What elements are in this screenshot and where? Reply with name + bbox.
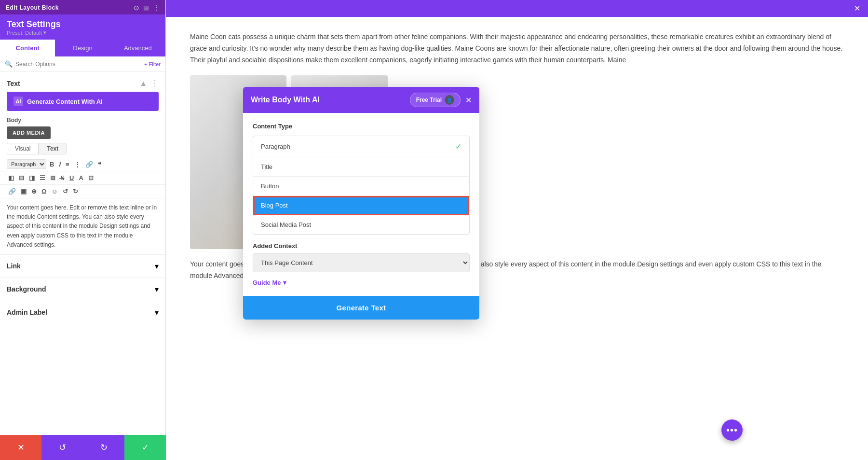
bold-button[interactable]: B <box>48 160 55 169</box>
search-input[interactable] <box>15 61 141 68</box>
ai-modal: Write Body With AI Free Trial 👤 ✕ Conten… <box>243 87 479 320</box>
background-section[interactable]: Background ▾ <box>0 278 165 301</box>
content-type-button[interactable]: Button <box>253 177 469 196</box>
content-type-title[interactable]: Title <box>253 157 469 177</box>
more-format-button[interactable]: ⊡ <box>87 173 95 182</box>
ai-generate-button[interactable]: AI Generate Content With AI <box>7 92 159 111</box>
text-section-icons: ▲ ⋮ <box>139 79 159 88</box>
link-button[interactable]: 🔗 <box>84 160 95 169</box>
ai-icon: AI <box>14 97 23 106</box>
list-ol-button[interactable]: ⋮ <box>73 160 82 169</box>
body-text: Your content goes here. Edit or remove t… <box>0 198 165 254</box>
admin-label-section[interactable]: Admin Label ▾ <box>0 301 165 324</box>
media-insert-button[interactable]: ▣ <box>19 187 28 196</box>
app-title: Edit Layout Block <box>6 4 59 11</box>
align-center-button[interactable]: ⊟ <box>17 173 26 182</box>
editor-toolbar-row2: ◧ ⊟ ◨ ☰ ⊞ S̶ U A ⊡ <box>0 171 165 185</box>
preset-label: Preset: Default <box>7 30 42 36</box>
generate-text-button[interactable]: Generate Text <box>243 296 479 320</box>
guide-me-label: Guide Me <box>253 279 281 286</box>
link-section[interactable]: Link ▾ <box>0 254 165 278</box>
module-title-bar: Text Settings Preset: Default ▾ <box>0 14 165 40</box>
tab-content[interactable]: Content <box>0 40 55 56</box>
ai-modal-header-right: Free Trial 👤 ✕ <box>410 93 472 107</box>
undo-editor-button[interactable]: ↺ <box>61 187 69 196</box>
preset-row[interactable]: Preset: Default ▾ <box>7 29 61 36</box>
link-section-title: Link <box>7 262 21 270</box>
main-canvas: ✕ Maine Coon cats possess a unique charm… <box>166 0 868 460</box>
search-icon: 🔍 <box>5 60 13 68</box>
ai-button-label: Generate Content With AI <box>27 98 103 105</box>
more-icon[interactable]: ⋮ <box>153 4 160 12</box>
free-trial-label: Free Trial <box>416 97 442 103</box>
admin-label-chevron-icon: ▾ <box>155 308 159 317</box>
module-title: Text Settings <box>7 19 61 29</box>
guide-me-button[interactable]: Guide Me ▾ <box>253 279 470 286</box>
avatar: 👤 <box>445 95 454 105</box>
editor-toolbar-row3: 🔗 ▣ ⊕ Ω ☺ ↺ ↻ <box>0 185 165 198</box>
chevron-up-icon: ▲ <box>139 79 147 88</box>
more-options-icon[interactable]: ⋮ <box>151 79 159 88</box>
visual-tab[interactable]: Visual <box>7 143 39 154</box>
color-button[interactable]: A <box>77 173 84 182</box>
text-tab[interactable]: Text <box>39 143 67 154</box>
columns-icon[interactable]: ⊞ <box>143 4 149 12</box>
emoji-button[interactable]: ☺ <box>50 187 59 196</box>
text-section-header[interactable]: Text ▲ ⋮ <box>0 72 165 92</box>
sidebar-tab-bar: Content Design Advanced <box>0 40 165 56</box>
tab-advanced[interactable]: Advanced <box>110 40 165 56</box>
list-ul-button[interactable]: ≡ <box>64 160 71 169</box>
sidebar: Edit Layout Block ⊙ ⊞ ⋮ Text Settings Pr… <box>0 0 166 460</box>
undo-button[interactable]: ↺ <box>41 435 83 460</box>
paragraph-select[interactable]: Paragraph Heading 1 Heading 2 <box>7 159 46 169</box>
added-context-label: Added Context <box>253 242 470 250</box>
free-trial-badge[interactable]: Free Trial 👤 <box>410 93 461 107</box>
redo-button[interactable]: ↻ <box>83 435 124 460</box>
confirm-button[interactable]: ✓ <box>124 435 166 460</box>
fab-button[interactable]: ••• <box>721 419 743 441</box>
background-section-title: Background <box>7 285 46 293</box>
button-label: Button <box>261 182 279 190</box>
body-text-content: Your content goes here. Edit or remove t… <box>7 204 157 248</box>
content-type-paragraph[interactable]: Paragraph ✓ <box>253 136 469 157</box>
italic-button[interactable]: I <box>57 160 62 169</box>
title-label: Title <box>261 163 272 170</box>
redo-editor-button[interactable]: ↻ <box>71 187 80 196</box>
content-type-blog-post[interactable]: Blog Post <box>253 196 469 215</box>
page-header-bar: ✕ <box>166 0 868 17</box>
guide-me-arrow-icon: ▾ <box>283 279 286 286</box>
layout-button[interactable]: ⊕ <box>30 187 38 196</box>
body-label: Body <box>0 117 165 126</box>
preset-arrow: ▾ <box>43 29 46 36</box>
social-media-label: Social Media Post <box>261 221 311 228</box>
search-bar: 🔍 + Filter <box>0 56 165 72</box>
content-type-social-media[interactable]: Social Media Post <box>253 215 469 234</box>
ai-modal-header: Write Body With AI Free Trial 👤 ✕ <box>243 87 479 113</box>
link2-button[interactable]: 🔗 <box>7 187 17 196</box>
blog-post-label: Blog Post <box>261 202 288 209</box>
settings-icon[interactable]: ⊙ <box>134 4 139 12</box>
ai-modal-close-button[interactable]: ✕ <box>465 96 472 105</box>
align-right-button[interactable]: ◨ <box>27 173 36 182</box>
content-type-label: Content Type <box>253 123 470 130</box>
context-select[interactable]: This Page Content <box>253 253 470 272</box>
align-left-button[interactable]: ◧ <box>7 173 15 182</box>
special-char-button[interactable]: Ω <box>40 187 48 196</box>
add-media-button[interactable]: ADD MEDIA <box>7 126 51 139</box>
strikethrough-button[interactable]: S̶ <box>59 173 66 182</box>
admin-label-section-title: Admin Label <box>7 308 47 316</box>
sidebar-bottom-bar: ✕ ↺ ↻ ✓ <box>0 435 166 460</box>
background-chevron-icon: ▾ <box>155 285 159 294</box>
table-button[interactable]: ⊞ <box>49 173 57 182</box>
editor-toolbar-row1: Paragraph Heading 1 Heading 2 B I ≡ ⋮ 🔗 … <box>0 157 165 171</box>
page-close-button[interactable]: ✕ <box>854 4 860 13</box>
quote-button[interactable]: ❝ <box>96 160 103 169</box>
app-header-bar: Edit Layout Block ⊙ ⊞ ⋮ <box>0 0 165 14</box>
header-icon-group: ⊙ ⊞ ⋮ <box>134 4 160 12</box>
tab-design[interactable]: Design <box>55 40 110 56</box>
ai-modal-title: Write Body With AI <box>251 96 320 104</box>
underline-button[interactable]: U <box>68 173 75 182</box>
cancel-button[interactable]: ✕ <box>0 435 41 460</box>
align-justify-button[interactable]: ☰ <box>38 173 47 182</box>
filter-button[interactable]: + Filter <box>144 61 161 67</box>
